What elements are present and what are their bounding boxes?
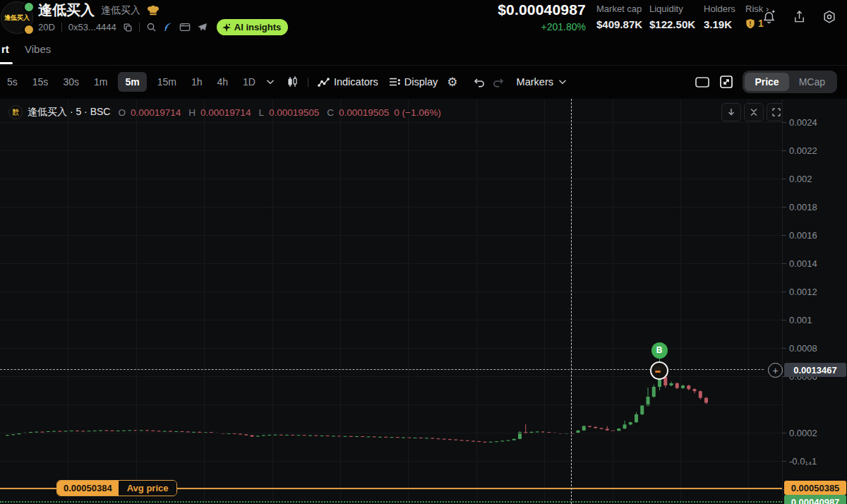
- axis-tick-label: 0.001: [789, 315, 812, 325]
- token-name: 逢低买入: [38, 1, 95, 20]
- header-actions: [761, 9, 837, 25]
- divider: [61, 23, 62, 32]
- price-mcap-toggle: Price MCap: [743, 71, 837, 93]
- gridline: [748, 99, 749, 504]
- gridline: [272, 99, 273, 504]
- axis-tick-label: 0.0002: [789, 428, 817, 438]
- gridline: [544, 99, 545, 504]
- verified-badge: [23, 1, 35, 13]
- gridline: [0, 122, 782, 123]
- chevron-down-icon[interactable]: [266, 79, 275, 85]
- token-avatar-text: 逢低买入: [4, 13, 30, 23]
- timeframe-5s[interactable]: 5s: [3, 73, 22, 91]
- buy-marker[interactable]: B: [651, 342, 668, 359]
- feather-icon[interactable]: [163, 22, 173, 32]
- screenshot-frame-icon[interactable]: [695, 76, 710, 88]
- crosshair-vertical: [571, 99, 572, 504]
- tick-mark: [782, 235, 786, 236]
- price-axis[interactable]: 0.0013467 0.00050385 0.00040987 0.00240.…: [782, 99, 847, 504]
- gridline: [0, 179, 782, 179]
- axis-tick-label: 0.0022: [789, 145, 817, 156]
- gridline: [680, 99, 681, 504]
- timeframe-15s[interactable]: 15s: [28, 73, 53, 91]
- timeframe-1D[interactable]: 1D: [239, 73, 260, 91]
- toggle-price[interactable]: Price: [745, 73, 788, 91]
- tick-mark: [782, 320, 786, 320]
- tick-mark: [782, 179, 786, 179]
- timeframe-15m[interactable]: 15m: [153, 73, 181, 91]
- header: 逢低买入 逢低买入 逢低买入 20D 0x53...4444: [0, 0, 847, 37]
- tab-bar: rt Vibes: [0, 37, 847, 66]
- token-title-row: 逢低买入 逢低买入: [38, 1, 160, 20]
- gridline: [0, 404, 782, 405]
- chart-settings-gear-icon[interactable]: ⚙: [447, 76, 457, 88]
- fullscreen-expand-icon[interactable]: [719, 75, 733, 89]
- telegram-icon[interactable]: [197, 23, 208, 32]
- browser-icon[interactable]: [179, 23, 191, 32]
- divider: [308, 78, 308, 87]
- price-block: $0.00040987 +201.80%: [438, 1, 586, 32]
- candles-layer: [0, 99, 782, 504]
- timeframe-30s[interactable]: 30s: [59, 73, 83, 91]
- gridline: [0, 263, 782, 264]
- chevron-down-icon: [558, 79, 567, 85]
- coin-badge: [23, 24, 35, 35]
- stat-holders: Holders 3.19K: [704, 4, 735, 30]
- token-address[interactable]: 0x53...4444: [68, 22, 116, 32]
- collapse-button[interactable]: [744, 103, 764, 121]
- tab-vibes[interactable]: Vibes: [25, 43, 51, 55]
- sparkle-icon: [222, 23, 231, 32]
- trader-avatar-marker[interactable]: [650, 361, 668, 380]
- avg-price-label: 0.00050384 Avg price: [56, 480, 177, 496]
- chart-toolbar: 5s 15s 30s 1m 5m 15m 1h 4h 1D Indicators…: [0, 65, 847, 100]
- axis-tick-label: -0.0₁₄1: [789, 456, 817, 467]
- pane-buttons: [721, 103, 782, 121]
- tab-chart[interactable]: rt: [1, 43, 9, 55]
- settings-icon[interactable]: [822, 9, 837, 25]
- search-icon[interactable]: [146, 22, 157, 32]
- copy-icon[interactable]: [123, 23, 133, 32]
- candle-style-icon[interactable]: [287, 76, 299, 88]
- timeframe-5m[interactable]: 5m: [118, 72, 146, 92]
- timeframe-1m[interactable]: 1m: [90, 73, 112, 91]
- gridline: [0, 207, 782, 208]
- axis-tick-label: 0.0018: [789, 202, 817, 212]
- tick-mark: [782, 150, 786, 151]
- chart-pane[interactable]: 0.00050384 Avg price B 逢低买入 逢低买入 · 5 · B…: [0, 99, 782, 504]
- display-button[interactable]: Display: [389, 76, 438, 88]
- gridline: [68, 99, 68, 504]
- timeframe-1h[interactable]: 1h: [187, 73, 207, 91]
- crosshair-price-tag: 0.0013467: [784, 363, 846, 377]
- indicators-button[interactable]: Indicators: [318, 76, 378, 88]
- axis-tick-label: 0.002: [789, 174, 812, 184]
- axis-tick-label: 0.0012: [789, 287, 817, 297]
- gridline: [204, 99, 205, 504]
- alert-bell-icon[interactable]: [761, 9, 776, 25]
- markers-dropdown[interactable]: Markers: [517, 76, 567, 88]
- undo-icon[interactable]: [473, 77, 486, 88]
- scroll-to-latest-button[interactable]: [721, 103, 741, 121]
- redo-icon[interactable]: [492, 77, 505, 88]
- ai-insights-button[interactable]: AI insights: [217, 19, 288, 35]
- current-price-line: [0, 501, 782, 503]
- fullframe-button[interactable]: [767, 103, 782, 121]
- token-price: $0.00040987: [438, 1, 586, 18]
- gridline: [136, 99, 137, 504]
- tick-mark: [782, 207, 786, 208]
- add-alert-plus-icon[interactable]: +: [768, 363, 783, 378]
- chart-area: 0.00050384 Avg price B 逢低买入 逢低买入 · 5 · B…: [0, 99, 847, 504]
- crosshair-horizontal: [0, 369, 764, 370]
- gridline: [408, 99, 409, 504]
- share-icon[interactable]: [791, 9, 807, 25]
- current-price-tag: 0.00040987: [784, 495, 846, 504]
- tick-mark: [782, 263, 786, 264]
- gridline: [0, 150, 782, 151]
- axis-tick-label: 0.0024: [789, 117, 817, 128]
- toggle-mcap[interactable]: MCap: [789, 73, 835, 91]
- gridline: [0, 433, 782, 433]
- token-meta-row: 20D 0x53...4444 AI insights: [38, 19, 288, 35]
- timeframe-4h[interactable]: 4h: [212, 73, 232, 91]
- token-age: 20D: [38, 22, 55, 32]
- tick-mark: [782, 348, 786, 349]
- token-alt-name: 逢低买入: [101, 4, 140, 17]
